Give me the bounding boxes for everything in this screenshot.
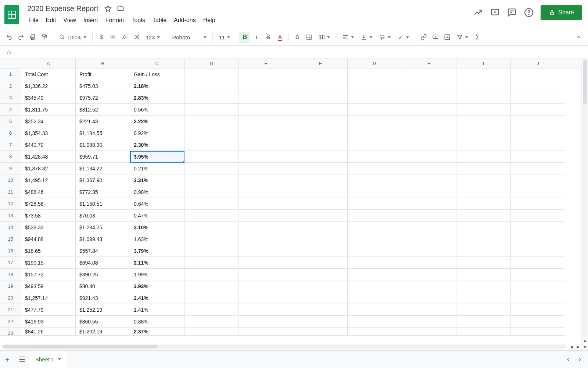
cell-A9[interactable]: $1,378.32 <box>21 163 76 174</box>
cell-A5[interactable]: $252.34 <box>21 116 76 127</box>
cell-F14[interactable] <box>293 222 348 233</box>
cell-C19[interactable]: 3.93% <box>130 280 184 292</box>
cell-E9[interactable] <box>239 163 293 174</box>
cell-B17[interactable]: $694.08 <box>76 257 130 269</box>
cell-E16[interactable] <box>239 245 293 257</box>
cell-B23[interactable]: $1,202.19 <box>76 328 130 336</box>
cell-D2[interactable] <box>184 80 239 92</box>
cell-J9[interactable] <box>511 163 565 174</box>
cell-J23[interactable] <box>511 328 565 336</box>
cell-C12[interactable]: 0.64% <box>130 198 184 210</box>
strike-button[interactable]: S <box>263 32 274 43</box>
cell-H7[interactable] <box>402 139 456 151</box>
cell-H12[interactable] <box>402 198 456 210</box>
cell-E17[interactable] <box>239 257 293 269</box>
cell-F19[interactable] <box>293 280 348 292</box>
italic-button[interactable]: I <box>251 32 262 43</box>
cell-G8[interactable] <box>348 151 402 163</box>
cell-E4[interactable] <box>239 104 293 116</box>
currency-button[interactable]: $ <box>96 32 107 43</box>
cell-J14[interactable] <box>511 222 565 233</box>
cell-J1[interactable] <box>511 68 565 80</box>
cell-H14[interactable] <box>402 222 456 233</box>
cell-E10[interactable] <box>239 174 293 186</box>
cell-B2[interactable]: $475.03 <box>76 80 130 92</box>
cell-E8[interactable] <box>239 151 293 163</box>
cell-H15[interactable] <box>402 233 456 245</box>
cell-B4[interactable]: $812.52 <box>76 104 130 116</box>
cell-E7[interactable] <box>239 139 293 151</box>
cell-G5[interactable] <box>348 116 402 127</box>
cell-A16[interactable]: $18.65 <box>21 245 76 257</box>
cell-F3[interactable] <box>293 92 348 104</box>
cell-A2[interactable]: $1,336.22 <box>21 80 76 92</box>
cell-E6[interactable] <box>239 127 293 139</box>
cell-C6[interactable]: 0.92% <box>130 127 184 139</box>
horizontal-scrollbar[interactable]: ◀ ▶ <box>0 343 581 350</box>
cell-F12[interactable] <box>293 198 348 210</box>
cell-I11[interactable] <box>456 186 511 198</box>
cell-D14[interactable] <box>184 222 239 233</box>
caret-down-icon[interactable] <box>58 358 61 360</box>
cell-J19[interactable] <box>511 280 565 292</box>
cell-A7[interactable]: $440.70 <box>21 139 76 151</box>
row-header-5[interactable]: 5 <box>0 116 21 127</box>
cell-H17[interactable] <box>402 257 456 269</box>
cell-A4[interactable]: $1,311.75 <box>21 104 76 116</box>
cell-E13[interactable] <box>239 210 293 222</box>
column-header-H[interactable]: H <box>402 59 456 68</box>
cell-F11[interactable] <box>293 186 348 198</box>
cell-B6[interactable]: $1,184.55 <box>76 127 130 139</box>
cell-F22[interactable] <box>293 316 348 328</box>
font-select[interactable]: Roboto <box>169 32 209 43</box>
menu-file[interactable]: File <box>26 15 42 25</box>
zoom-select[interactable]: 100% <box>56 32 89 43</box>
cell-C13[interactable]: 0.47% <box>130 210 184 222</box>
cell-H1[interactable] <box>402 68 456 80</box>
cell-A8[interactable]: $1,428.48 <box>21 151 76 163</box>
cell-C7[interactable]: 2.30% <box>130 139 184 151</box>
number-format-select[interactable]: 123 <box>143 32 163 43</box>
row-header-18[interactable]: 18 <box>0 269 21 280</box>
cell-D9[interactable] <box>184 163 239 174</box>
add-comment-icon[interactable] <box>490 7 500 18</box>
cell-H13[interactable] <box>402 210 456 222</box>
cell-B15[interactable]: $1,099.43 <box>76 233 130 245</box>
decrease-decimal-button[interactable]: .0_ <box>119 32 130 43</box>
cell-A1[interactable]: Total Cost <box>21 68 76 80</box>
cell-D1[interactable] <box>184 68 239 80</box>
cell-F2[interactable] <box>293 80 348 92</box>
cell-I14[interactable] <box>456 222 511 233</box>
cell-comment-button[interactable] <box>430 32 441 43</box>
cell-A19[interactable]: $493.59 <box>21 280 76 292</box>
row-header-15[interactable]: 15 <box>0 233 21 245</box>
cell-H10[interactable] <box>402 174 456 186</box>
all-sheets-button[interactable]: ☰ <box>15 351 29 368</box>
cell-C4[interactable]: 0.56% <box>130 104 184 116</box>
cell-F18[interactable] <box>293 269 348 280</box>
share-button[interactable]: Share <box>541 5 582 20</box>
cell-D12[interactable] <box>184 198 239 210</box>
cell-B12[interactable]: $1,150.51 <box>76 198 130 210</box>
cell-A10[interactable]: $1,495.12 <box>21 174 76 186</box>
cell-H11[interactable] <box>402 186 456 198</box>
cell-J6[interactable] <box>511 127 565 139</box>
rotate-button[interactable] <box>394 32 412 43</box>
row-header-7[interactable]: 7 <box>0 139 21 151</box>
cell-D21[interactable] <box>184 304 239 316</box>
cell-H20[interactable] <box>402 292 456 304</box>
cell-C18[interactable]: 1.99% <box>130 269 184 280</box>
column-header-I[interactable]: I <box>456 59 511 68</box>
cell-G17[interactable] <box>348 257 402 269</box>
menu-tools[interactable]: Tools <box>128 15 148 25</box>
cell-B16[interactable]: $557.84 <box>76 245 130 257</box>
column-header-B[interactable]: B <box>76 59 130 68</box>
document-title[interactable]: 2020 Expense Report <box>26 4 100 13</box>
print-button[interactable] <box>27 32 38 43</box>
select-all-corner[interactable] <box>0 59 21 68</box>
cell-H8[interactable] <box>402 151 456 163</box>
filter-button[interactable] <box>453 32 471 43</box>
vertical-scrollbar[interactable]: ▲ ▼ <box>581 59 588 350</box>
cell-F9[interactable] <box>293 163 348 174</box>
scroll-down-icon[interactable]: ▼ <box>582 344 588 350</box>
